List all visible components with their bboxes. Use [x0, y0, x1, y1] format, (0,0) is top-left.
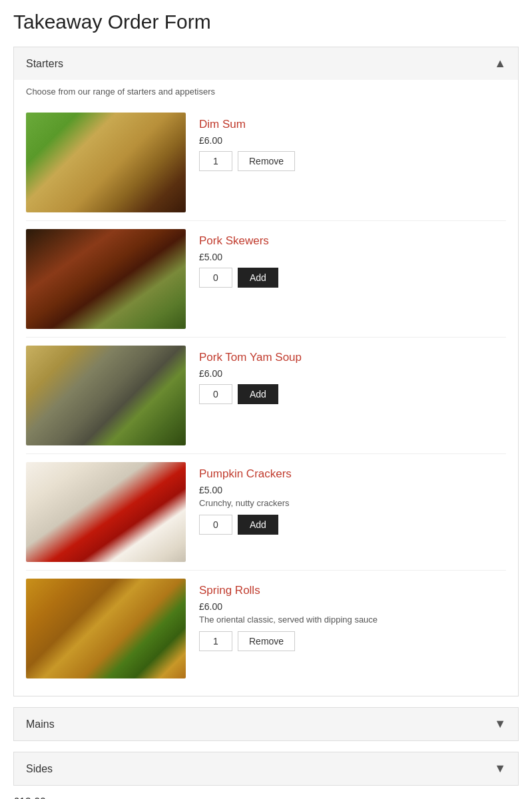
item-qty-pumpkin-crackers: 0 [199, 515, 232, 535]
item-name-dim-sum: Dim Sum [199, 118, 506, 131]
item-name-pork-skewers: Pork Skewers [199, 234, 506, 248]
section-mains: Mains ▼ [13, 707, 519, 741]
chevron-starters: ▲ [494, 57, 506, 71]
section-body-starters: Dim Sum£6.001RemovePork Skewers£5.000Add… [14, 99, 518, 696]
item-qty-pork-skewers: 0 [199, 268, 232, 288]
item-image-pork-tom-yam-soup [26, 346, 186, 445]
item-details-pumpkin-crackers: Pumpkin Crackers£5.00Crunchy, nutty crac… [186, 462, 506, 535]
section-header-sides[interactable]: Sides ▼ [14, 752, 518, 785]
item-name-pork-tom-yam-soup: Pork Tom Yam Soup [199, 351, 506, 364]
section-starters: Starters ▲ Choose from our range of star… [13, 47, 519, 696]
item-remove-button-spring-rolls[interactable]: Remove [238, 631, 295, 651]
list-item: Spring Rolls£6.00The oriental classic, s… [26, 571, 506, 686]
section-title-starters: Starters [26, 58, 63, 70]
item-controls-spring-rolls: 1Remove [199, 631, 506, 651]
item-details-pork-tom-yam-soup: Pork Tom Yam Soup£6.000Add [186, 346, 506, 404]
item-desc-pumpkin-crackers: Crunchy, nutty crackers [199, 498, 506, 508]
list-item: Pork Skewers£5.000Add [26, 221, 506, 338]
item-price-pumpkin-crackers: £5.00 [199, 485, 506, 495]
section-title-sides: Sides [26, 763, 53, 775]
list-item: Pumpkin Crackers£5.00Crunchy, nutty crac… [26, 454, 506, 571]
item-name-spring-rolls: Spring Rolls [199, 584, 506, 597]
item-add-button-pork-skewers[interactable]: Add [238, 268, 278, 288]
order-total: £12.00 Add to cart [13, 796, 519, 799]
item-price-dim-sum: £6.00 [199, 135, 506, 146]
item-name-pumpkin-crackers: Pumpkin Crackers [199, 467, 506, 481]
chevron-mains: ▼ [494, 717, 506, 731]
sections-container: Starters ▲ Choose from our range of star… [13, 47, 519, 786]
item-remove-button-dim-sum[interactable]: Remove [238, 151, 295, 171]
item-qty-spring-rolls: 1 [199, 631, 232, 651]
list-item: Dim Sum£6.001Remove [26, 105, 506, 221]
item-controls-pork-tom-yam-soup: 0Add [199, 384, 506, 404]
item-price-pork-tom-yam-soup: £6.00 [199, 368, 506, 379]
section-desc-starters: Choose from our range of starters and ap… [14, 80, 518, 99]
item-add-button-pork-tom-yam-soup[interactable]: Add [238, 384, 278, 404]
item-image-spring-rolls [26, 579, 186, 678]
section-header-mains[interactable]: Mains ▼ [14, 708, 518, 740]
section-sides: Sides ▼ [13, 752, 519, 786]
item-qty-pork-tom-yam-soup: 0 [199, 384, 232, 404]
item-desc-spring-rolls: The oriental classic, served with dippin… [199, 615, 506, 625]
item-details-spring-rolls: Spring Rolls£6.00The oriental classic, s… [186, 579, 506, 651]
item-details-pork-skewers: Pork Skewers£5.000Add [186, 229, 506, 288]
item-image-pork-skewers [26, 229, 186, 329]
item-controls-pumpkin-crackers: 0Add [199, 515, 506, 535]
page-title: Takeaway Order Form [13, 11, 519, 33]
item-controls-pork-skewers: 0Add [199, 268, 506, 288]
section-header-starters[interactable]: Starters ▲ [14, 47, 518, 80]
item-add-button-pumpkin-crackers[interactable]: Add [238, 515, 278, 535]
item-price-spring-rolls: £6.00 [199, 601, 506, 612]
total-price-label: £12.00 [13, 796, 519, 799]
item-price-pork-skewers: £5.00 [199, 252, 506, 262]
item-image-pumpkin-crackers [26, 462, 186, 562]
item-details-dim-sum: Dim Sum£6.001Remove [186, 113, 506, 171]
section-title-mains: Mains [26, 718, 55, 730]
item-image-dim-sum [26, 113, 186, 212]
chevron-sides: ▼ [494, 762, 506, 776]
item-controls-dim-sum: 1Remove [199, 151, 506, 171]
item-qty-dim-sum: 1 [199, 151, 232, 171]
list-item: Pork Tom Yam Soup£6.000Add [26, 338, 506, 454]
